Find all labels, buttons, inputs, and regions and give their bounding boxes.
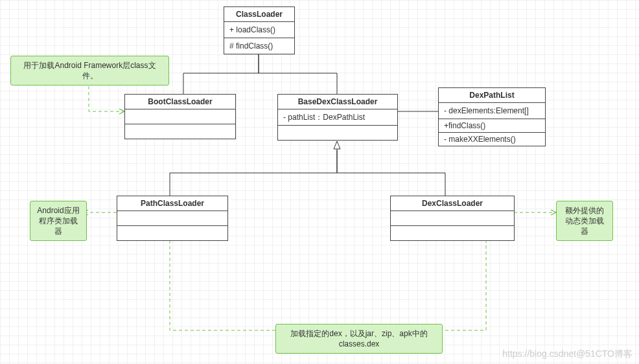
class-method: +findClass(): [439, 119, 545, 133]
watermark: https://blog.csdnet@51CTO博客: [502, 348, 633, 360]
class-method-empty: [278, 126, 397, 140]
class-BaseDexClassLoader: BaseDexClassLoader - pathList：DexPathLis…: [277, 94, 398, 141]
class-title: PathClassLoader: [117, 196, 227, 211]
class-method-empty: [125, 124, 235, 139]
class-ClassLoader: ClassLoader + loadClass() # findClass(): [224, 6, 295, 54]
grid-background: [0, 0, 639, 364]
class-DexClassLoader: DexClassLoader: [390, 196, 515, 241]
class-method-empty: [117, 226, 227, 240]
class-DexPathList: DexPathList - dexElements:Element[] +fin…: [438, 87, 546, 146]
class-attr: - pathList：DexPathList: [278, 109, 397, 126]
class-BootClassLoader: BootClassLoader: [124, 94, 236, 139]
class-PathClassLoader: PathClassLoader: [117, 196, 228, 241]
class-attr-empty: [125, 109, 235, 124]
class-method: # findClass(): [224, 38, 294, 54]
class-title: DexClassLoader: [391, 196, 514, 211]
class-attr-empty: [117, 211, 227, 226]
class-method: - makeXXElements(): [439, 133, 545, 146]
note-pathclassloader: Android应用程序类加载器: [30, 201, 87, 241]
class-method-empty: [391, 226, 514, 240]
note-dex-loading: 加载指定的dex，以及jar、zip、apk中的classes.dex: [275, 324, 443, 354]
note-dexclassloader: 额外提供的动态类加载器: [556, 201, 613, 241]
class-attr: - dexElements:Element[]: [439, 103, 545, 119]
class-title: DexPathList: [439, 88, 545, 103]
class-title: BootClassLoader: [125, 95, 235, 109]
class-title: ClassLoader: [224, 7, 294, 22]
note-bootclassloader: 用于加载Android Framework层class文件。: [10, 56, 169, 85]
class-attr-empty: [391, 211, 514, 226]
class-title: BaseDexClassLoader: [278, 95, 397, 109]
class-method: + loadClass(): [224, 22, 294, 38]
